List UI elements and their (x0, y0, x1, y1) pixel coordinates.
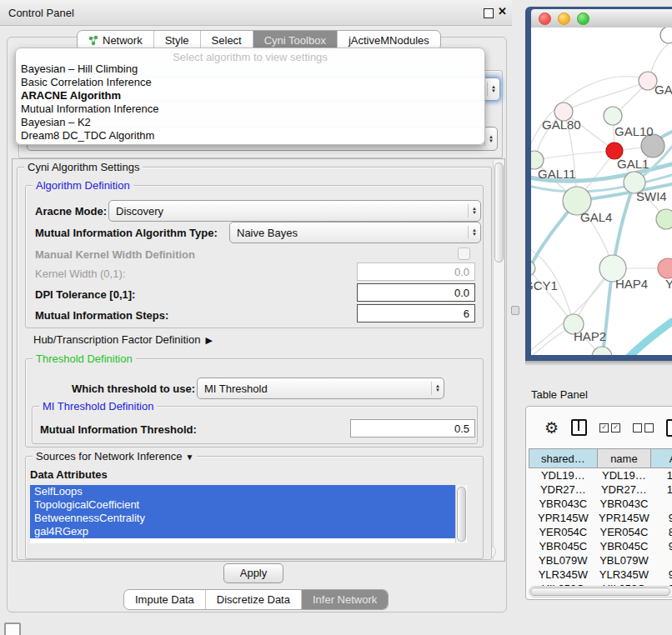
column-header[interactable]: name (597, 449, 650, 468)
columns-icon[interactable] (571, 419, 587, 436)
table-cell[interactable]: 9. (651, 539, 672, 553)
network-edge[interactable] (564, 81, 648, 112)
table-cell[interactable]: YER054C (597, 525, 650, 539)
column-header[interactable]: shared… (529, 449, 598, 468)
hub-definition-expander[interactable]: Hub/Transcription Factor Definition▶ (33, 333, 213, 346)
algorithm-option[interactable]: Basic Correlation Inference (16, 76, 484, 89)
table-cell[interactable]: 9. (651, 568, 672, 582)
data-attributes-label: Data Attributes (30, 468, 108, 481)
vertical-scrollbar[interactable] (493, 160, 504, 560)
table-row[interactable]: YPR145WYPR145W9. (529, 511, 672, 525)
mi-threshold-field[interactable]: 0.5 (350, 419, 475, 438)
mi-steps-label: Mutual Information Steps: (35, 309, 168, 322)
list-vertical-scrollbar[interactable] (455, 485, 466, 543)
table-cell[interactable]: YER054C (529, 525, 598, 539)
mi-type-combobox[interactable]: Naive Bayes ▲▼ (229, 222, 481, 243)
data-attributes-list[interactable]: SelfLoopsTopologicalCoefficientBetweenne… (30, 485, 467, 543)
tab-discretize-data[interactable]: Discretize Data (206, 590, 302, 609)
table-horizontal-scrollbar[interactable] (529, 586, 672, 598)
network-node[interactable] (592, 347, 612, 355)
tab-label: Infer Network (313, 593, 377, 606)
tab-impute-data[interactable]: Impute Data (124, 590, 206, 609)
node-label: GAL (654, 82, 672, 97)
algorithm-definition-title: Algorithm Definition (33, 179, 133, 192)
table-cell[interactable]: YBR043C (529, 497, 598, 511)
unchecked-boxes-icon[interactable] (633, 423, 654, 432)
network-node[interactable] (656, 209, 672, 229)
manual-kernel-checkbox[interactable] (458, 248, 470, 260)
table-cell[interactable]: YBR045C (529, 539, 598, 553)
table-cell[interactable] (651, 553, 672, 568)
table-row[interactable]: YDL19…YDL19…13 (529, 468, 672, 483)
algorithm-option[interactable]: Mutual Information Inference (16, 102, 484, 116)
attribute-list-item[interactable]: TopologicalCoefficient (30, 498, 456, 512)
attribute-list-item[interactable]: gal4RGexp (30, 525, 456, 538)
table-cell[interactable]: YLR345W (529, 568, 598, 582)
table-cell[interactable]: 13 (651, 468, 672, 483)
minimize-traffic-light-icon[interactable] (558, 12, 570, 25)
table-cell[interactable] (651, 497, 672, 511)
dpi-tolerance-field[interactable]: 0.0 (357, 283, 475, 302)
node-label: GAL10 (614, 124, 654, 138)
table-cell[interactable]: 8. (651, 525, 672, 539)
panel-splitter-handle[interactable] (511, 306, 519, 315)
table-cell[interactable]: YPR145W (529, 511, 598, 525)
close-traffic-light-icon[interactable] (539, 12, 551, 25)
attribute-list-item[interactable]: BetweennessCentrality (30, 512, 456, 525)
table-row[interactable]: YBL079WYBL079W (529, 553, 672, 568)
network-node[interactable] (604, 107, 622, 125)
close-icon[interactable]: ✕ (498, 5, 507, 18)
apply-button[interactable]: Apply (223, 563, 283, 583)
table-row[interactable]: YLR345WYLR345W9. (529, 568, 672, 582)
algorithm-option[interactable]: ARACNE Algorithm (16, 89, 484, 102)
algorithm-option[interactable]: Bayesian – Hill Climbing (16, 62, 484, 76)
network-node[interactable] (660, 28, 672, 43)
network-node[interactable] (531, 261, 535, 276)
network-node[interactable] (658, 258, 672, 278)
which-threshold-combobox[interactable]: MI Threshold ▲▼ (197, 378, 444, 399)
table-row[interactable]: YDR27…YDR27…12 (529, 482, 672, 497)
tab-infer-network[interactable]: Infer Network (302, 590, 388, 609)
aracne-mode-combobox[interactable]: Discovery ▲▼ (108, 200, 481, 222)
table-cell[interactable]: YBR043C (597, 497, 650, 511)
gear-icon[interactable]: ⚙ (544, 420, 559, 436)
network-window-titlebar[interactable] (531, 9, 672, 28)
scrollbar-thumb[interactable] (494, 162, 504, 262)
table-cell[interactable]: YBL079W (597, 553, 650, 568)
table-cell[interactable]: YDR27… (529, 482, 598, 497)
table-cell[interactable]: 9. (651, 511, 672, 525)
network-edge[interactable] (625, 322, 672, 355)
stepper-arrows-icon: ▲▼ (484, 132, 494, 146)
table-cell[interactable]: YPR145W (597, 511, 650, 525)
checked-boxes-icon[interactable]: ✓✓ (599, 423, 620, 432)
table-row[interactable]: YBR043CYBR043C (529, 497, 672, 511)
column-header[interactable]: A (651, 449, 672, 468)
attribute-list-item[interactable]: SelfLoops (30, 485, 456, 498)
zoom-traffic-light-icon[interactable] (577, 12, 589, 25)
table-cell[interactable]: YLR345W (597, 568, 650, 582)
scrollbar-thumb[interactable] (530, 588, 670, 596)
table-cell[interactable]: YDR27… (597, 482, 650, 497)
mi-threshold-label: Mutual Information Threshold: (40, 423, 197, 436)
algorithm-option[interactable]: Bayesian – K2 (16, 116, 484, 129)
mi-steps-field[interactable]: 6 (357, 304, 475, 322)
table-cell[interactable]: YDL19… (529, 468, 598, 483)
kernel-width-field[interactable]: 0.0 (357, 262, 475, 281)
tab-label: Network (103, 34, 143, 47)
minimized-panel-icon[interactable] (4, 622, 21, 635)
tab-label: Impute Data (135, 593, 194, 606)
node-table[interactable]: shared…nameA YDL19…YDL19…13YDR27…YDR27…1… (529, 448, 672, 596)
network-view-canvas[interactable]: GALGAL80GAL10GAL11GAL1SWI4GAL4GCY1HAP4YH… (531, 28, 672, 355)
scrollbar-thumb[interactable] (457, 487, 466, 542)
table-row[interactable]: YBR045CYBR045C9. (529, 539, 672, 553)
tab-label: Style (165, 34, 189, 47)
table-row[interactable]: YER054CYER054C8. (529, 525, 672, 539)
table-cell[interactable]: YBR045C (597, 539, 650, 553)
float-window-icon[interactable] (484, 8, 494, 18)
table-cell[interactable]: 12 (651, 482, 672, 497)
table-cell[interactable]: YBL079W (529, 553, 598, 568)
table-panel: ⚙ ✓✓ shared…nameA YDL19…YDL19…13YDR27…YD… (525, 406, 672, 600)
algorithm-option[interactable]: Dream8 DC_TDC Algorithm (16, 129, 484, 142)
table-cell[interactable]: YDL19… (597, 468, 650, 483)
import-table-icon[interactable] (666, 419, 672, 437)
